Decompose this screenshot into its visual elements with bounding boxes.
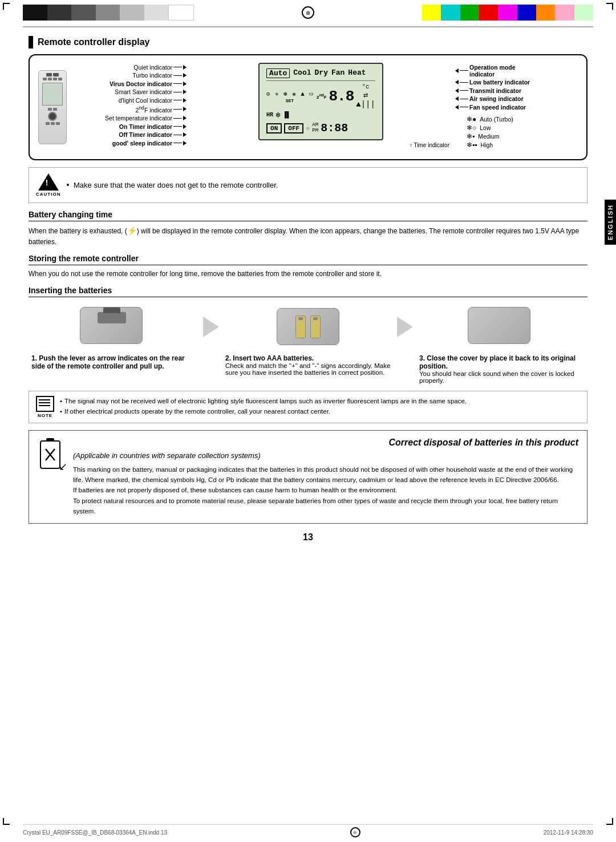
lcd-set-label: SET bbox=[286, 98, 294, 103]
label-sleep: good' sleep indicator bbox=[75, 140, 187, 147]
h-line-ontimer bbox=[173, 126, 182, 127]
arrow-fanspeed bbox=[455, 105, 459, 110]
note-line-2 bbox=[39, 402, 50, 403]
subsection-battery-title: Battery changing time bbox=[29, 210, 587, 221]
label-opmode: Operation modeindicator bbox=[455, 64, 578, 78]
label-lowbat: Low battery indicator bbox=[455, 79, 578, 86]
note-text-1: The signal may not be received well of e… bbox=[64, 396, 467, 406]
remote-btn-sm-5 bbox=[48, 108, 52, 111]
label-offtimer-text: Off Timer indicator bbox=[119, 131, 172, 138]
lcd-hr-label: HR bbox=[266, 112, 273, 118]
lcd-on-btn: ON bbox=[266, 123, 282, 133]
arrow-step-2 bbox=[394, 304, 416, 350]
diagram-left-labels: Quiet indicator Turbo indicator Virus Do… bbox=[75, 62, 187, 149]
fan-icon-high: ❄▪▪ bbox=[467, 141, 477, 149]
note-icon-lines bbox=[39, 399, 50, 406]
label-virus: Virus Doctor indicator bbox=[75, 80, 187, 87]
arrow-lowbat bbox=[455, 80, 459, 84]
disposal-icon-wrapper: ↙ bbox=[40, 440, 64, 472]
fan-icon-medium: ❄▪ bbox=[467, 132, 475, 140]
label-2ndf: 2ndF indicator bbox=[75, 105, 187, 114]
label-quiet-text: Quiet indicator bbox=[133, 64, 172, 71]
remote-btn-2 bbox=[53, 73, 59, 76]
lcd-celsius-label: °c bbox=[362, 83, 370, 90]
label-offtimer: Off Timer indicator bbox=[75, 131, 187, 138]
top-separator bbox=[23, 26, 593, 27]
h-line-airswing bbox=[460, 99, 468, 99]
footer-left: Crystal EU_AR09FSSE@_IB_DB68-03364A_EN.i… bbox=[23, 829, 167, 836]
caution-text-area: • Make sure that the water does not get … bbox=[66, 180, 278, 189]
lcd-mode-auto: Auto bbox=[266, 68, 290, 78]
remote-screen bbox=[42, 83, 63, 106]
lcd-icon-leaf: ❋ bbox=[292, 91, 296, 98]
battery-body-text: When the battery is exhausted, (⚡) will … bbox=[29, 225, 587, 247]
arrow-airswing bbox=[455, 96, 459, 101]
battery-disposal-icon bbox=[40, 440, 60, 469]
caution-triangle bbox=[38, 173, 59, 191]
section-title-remote: Remote controller display bbox=[38, 37, 150, 47]
remote-btn-sm-3 bbox=[53, 78, 57, 80]
label-dlight-text: d'light Cool indicator bbox=[119, 97, 172, 104]
note-item-1: • The signal may not be received well of… bbox=[60, 396, 467, 406]
lcd-swing-icon: ⇄ bbox=[363, 90, 368, 100]
battery-step-2-text: 2. Insert two AAA batteries. Check and m… bbox=[222, 354, 394, 376]
lcd-icon-snowflake: ✳ bbox=[275, 91, 279, 98]
disposal-x-icon bbox=[43, 446, 57, 463]
top-bar-right bbox=[422, 5, 593, 21]
label-quiet: Quiet indicator bbox=[75, 64, 187, 71]
lcd-icon-turbo: ⊙ bbox=[266, 91, 270, 98]
label-transmit: Transmit indicator bbox=[455, 87, 578, 94]
fan-speed-high: ❄▪▪ High bbox=[467, 141, 578, 149]
lcd-row2: ⊙ ✳ ⊛ ❋ ▲ ▭ SET 2ndF 8.8 bbox=[266, 83, 375, 109]
compass-symbol: ⊕ bbox=[306, 10, 310, 16]
label-fanspeed: Fan speed indicator bbox=[455, 104, 578, 111]
lcd-sun-icon: ☆ bbox=[306, 124, 310, 132]
label-settemp-text: Set temperature indicator bbox=[105, 115, 172, 122]
caution-icon-area: CAUTION bbox=[36, 173, 60, 197]
lcd-bars-icon: ▐▌ bbox=[283, 111, 291, 119]
note-line-3 bbox=[39, 405, 50, 406]
battery-step-2-normal: Check and match the "+" and "-" signs ac… bbox=[225, 362, 390, 376]
label-airswing: Air swing indicator bbox=[455, 95, 578, 102]
lcd-mode-row: Auto Cool Dry Fan Heat bbox=[266, 68, 375, 81]
h-line-opmode bbox=[460, 70, 468, 71]
caution-label: CAUTION bbox=[36, 192, 60, 197]
note-items: • The signal may not be received well of… bbox=[60, 396, 467, 417]
h-line-2ndf bbox=[173, 109, 182, 110]
lcd-right-icons: °c ⇄ ▲||| bbox=[356, 83, 375, 109]
fan-speed-low: ❄○ Low bbox=[467, 124, 578, 132]
battery-2-nub bbox=[313, 317, 318, 320]
h-line-virus bbox=[173, 83, 182, 84]
remote-btn-sm-1 bbox=[43, 78, 47, 80]
subsection-inserting-title: Inserting the batteries bbox=[29, 286, 587, 297]
remote-btn-sm-2 bbox=[48, 78, 52, 80]
remote-body-2 bbox=[277, 308, 339, 345]
battery-2 bbox=[310, 315, 321, 338]
label-ontimer-text: On Timer indicator bbox=[119, 123, 172, 130]
fan-speed-legend: ❄● Auto (Turbo) ❄○ Low ❄▪ Medium ❄▪▪ Hig… bbox=[467, 115, 578, 149]
label-smart-text: Smart Saver indicator bbox=[115, 88, 172, 95]
disposal-content: Correct disposal of batteries in this pr… bbox=[73, 438, 578, 517]
lcd-mode-fan: Fan bbox=[331, 68, 345, 78]
battery-step-3-img bbox=[416, 304, 587, 350]
remote-body-1 bbox=[80, 307, 143, 344]
top-color-bar: ⊕ bbox=[23, 5, 593, 21]
remote-body-3 bbox=[468, 307, 530, 344]
battery-step-1: 1. Push the lever as arrow indicates on … bbox=[29, 304, 200, 370]
h-line-quiet bbox=[173, 67, 182, 67]
main-content: Remote controller display bbox=[29, 36, 587, 524]
remote-btn-sm-9 bbox=[56, 122, 60, 125]
time-indicator-label: ↑ Time indicator bbox=[187, 142, 455, 148]
battery-1-nub bbox=[298, 317, 303, 320]
arrow-step-1 bbox=[200, 304, 222, 350]
battery-icon: ⚡ bbox=[127, 226, 137, 235]
diagram-center: Auto Cool Dry Fan Heat ⊙ ✳ ⊛ ❋ bbox=[187, 62, 455, 149]
label-dlight: d'light Cool indicator bbox=[75, 97, 187, 104]
label-virus-text: Virus Doctor indicator bbox=[110, 80, 172, 87]
h-line-turbo bbox=[173, 75, 182, 76]
lcd-fan-icon: ▲||| bbox=[356, 100, 375, 109]
arrow-opmode bbox=[455, 68, 459, 73]
h-line-lowbat bbox=[460, 82, 468, 83]
caution-text: Make sure that the water does not get to… bbox=[74, 181, 278, 189]
label-2ndf-text: 2ndF indicator bbox=[135, 105, 172, 114]
